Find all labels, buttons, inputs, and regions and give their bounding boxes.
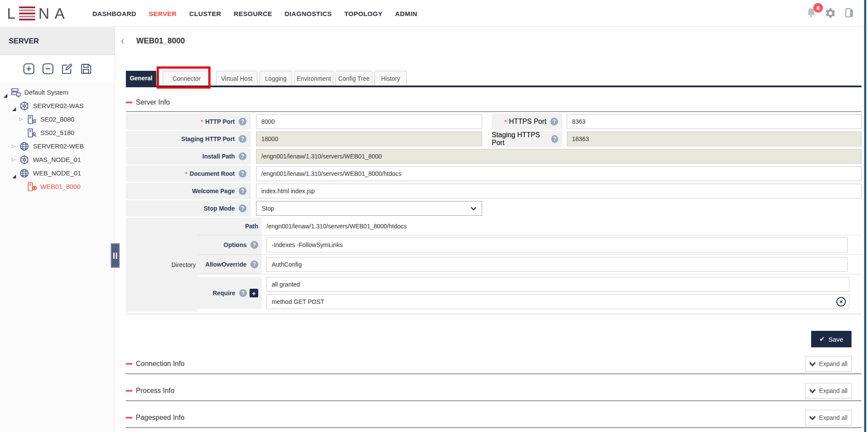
edit-node-icon[interactable] [61,63,73,75]
tree-item-label: WAS_NODE_01 [33,156,81,163]
stop-mode-label: Stop Mode ? [126,200,251,217]
http-port-label: * HTTP Port ? [126,113,251,130]
form-row-ports: * HTTP Port ? * HTTPS Port ? [126,113,861,130]
install-path-input [256,149,861,164]
tree-item-se02-8080[interactable]: ▷ SE02_8080 [0,112,115,126]
expand-all-label: Expand all [819,387,847,394]
sidebar-splitter-handle[interactable] [111,243,120,268]
stop-mode-select[interactable]: Stop [256,201,482,216]
help-icon[interactable]: ? [250,241,258,249]
top-header: L N A DASHBOARD SERVER CLUSTER RESOURCE … [0,0,868,27]
tab-general[interactable]: General [126,71,156,86]
section-divider [126,373,861,374]
section-dash-icon [126,417,132,419]
form-row-stop-mode: Stop Mode ? Stop [126,200,861,217]
field-label: Staging HTTPS Port [492,131,547,147]
help-icon[interactable]: ? [239,289,247,297]
require-input-2[interactable] [266,294,849,309]
server-sidebar: SERVER Default System [0,27,115,432]
staging-https-port-input [567,132,861,146]
tree-item-ss02-5180[interactable]: SS02_5180 [0,126,115,139]
welcome-page-input[interactable] [256,184,861,198]
field-label: HTTPS Port [509,118,546,125]
stop-mode-value: Stop [262,205,274,212]
lena-logo[interactable]: L N A [7,6,66,21]
allowoverride-input[interactable] [266,257,848,272]
help-icon[interactable]: ? [550,118,558,125]
save-button[interactable]: ✔ Save [811,331,852,347]
collapsed-icon[interactable]: ▷ [12,157,20,162]
http-port-input[interactable] [256,114,482,129]
nav-item-diagnostics[interactable]: DIAGNOSTICS [285,10,332,17]
expand-all-label: Expand all [819,414,847,421]
collapsed-icon[interactable]: ▷ [12,143,20,149]
collapse-panel-icon[interactable]: ‹ [121,36,134,45]
install-path-label: Install Path ? [126,148,251,165]
help-icon[interactable]: ? [551,135,558,143]
help-icon[interactable]: ? [239,170,247,178]
required-mark: * [201,119,203,125]
help-icon[interactable]: ? [239,118,247,125]
form-row-staging-ports: Staging HTTP Port ? Staging HTTPS Port ? [126,131,861,147]
expand-all-button-pagespeed[interactable]: Expand all [805,410,852,425]
tree-item-server02-was[interactable]: SERVER02-WAS [0,99,115,112]
connection-info-section: Connection Info Expand all [126,356,861,374]
nav-item-dashboard[interactable]: DASHBOARD [92,10,136,17]
path-value: /engn001/lenaw/1.310/servers/WEB01_8000/… [266,223,407,230]
https-port-input[interactable] [567,114,861,129]
tree-item-label: WEB_NODE_01 [33,169,81,177]
help-icon[interactable]: ? [239,152,247,160]
help-icon[interactable]: ? [239,204,247,212]
save-node-icon[interactable] [80,63,92,75]
nav-item-topology[interactable]: TOPOLOGY [344,10,382,17]
section-title: Pagespeed Info [136,414,184,422]
server-user-icon [27,128,37,138]
tab-config-tree[interactable]: Config Tree [335,71,372,86]
content-area: General Connector Virtual Host Logging E… [126,71,861,428]
tab-connector[interactable]: Connector [163,71,210,86]
was-cluster-icon [20,155,30,165]
document-root-input[interactable] [256,166,861,181]
remove-node-icon[interactable] [42,63,54,75]
add-node-icon[interactable] [23,63,35,75]
tree-item-web-node-01[interactable]: WEB_NODE_01 [0,166,115,180]
nav-item-admin[interactable]: ADMIN [395,10,417,17]
expand-all-button-connection[interactable]: Expand all [805,356,852,372]
section-title: Connection Info [136,360,184,368]
page-title-row: ‹ WEB01_8000 [115,27,868,54]
options-input[interactable] [266,237,848,252]
section-dash-icon [126,390,132,392]
chevron-down-icon [809,362,816,366]
field-label: Welcome Page [192,188,235,195]
tab-environment[interactable]: Environment [294,71,333,86]
process-info-section: Process Info Expand all [126,383,861,401]
tab-virtual-host[interactable]: Virtual Host [216,71,257,86]
tab-logging[interactable]: Logging [260,71,292,86]
section-title: Server Info [136,99,170,106]
help-icon[interactable]: ? [250,261,258,268]
notification-bell-icon[interactable]: 8 [806,7,818,20]
help-icon[interactable]: ? [239,187,247,195]
tree-item-server02-web[interactable]: ▷ SERVER02-WEB [0,139,115,153]
expand-all-button-process[interactable]: Expand all [805,383,852,399]
globe-icon [20,142,30,151]
settings-gear-icon[interactable] [825,7,837,20]
tree-item-default-system[interactable]: Default System [0,86,115,99]
directory-path-row: Path /engn001/lenaw/1.310/servers/WEB01_… [197,218,861,235]
field-label: Document Root [190,170,235,177]
add-require-button[interactable]: + [250,289,258,297]
nav-item-cluster[interactable]: CLUSTER [189,10,221,17]
nav-item-server[interactable]: SERVER [149,10,177,17]
help-icon[interactable]: ? [239,135,247,143]
require-input-1[interactable] [266,277,849,292]
logout-door-icon[interactable] [844,7,856,20]
tree-item-web01-8000-selected[interactable]: WEB01_8000 [0,180,115,193]
staging-http-port-input [256,132,482,146]
remove-require-icon[interactable]: ✕ [836,297,846,307]
tree-item-was-node-01[interactable]: ▷ WAS_NODE_01 [0,153,115,166]
nav-item-resource[interactable]: RESOURCE [234,10,272,17]
chevron-down-icon [809,416,816,420]
tab-history[interactable]: History [375,71,407,86]
field-label: Directory [171,261,196,268]
collapsed-icon[interactable]: ▷ [19,116,27,122]
